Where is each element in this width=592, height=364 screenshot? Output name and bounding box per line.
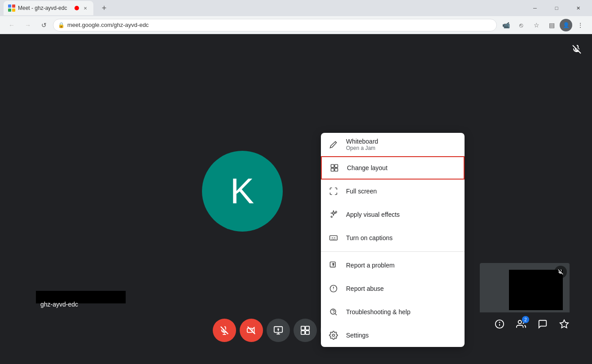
present-button[interactable]	[267, 319, 290, 342]
mic-button[interactable]	[213, 319, 236, 342]
participant-avatar-container: K	[202, 151, 283, 232]
bottom-toolbar: ⋮	[0, 312, 592, 348]
svg-rect-0	[8, 4, 11, 8]
menu-divider	[321, 251, 465, 252]
svg-marker-34	[560, 320, 568, 328]
context-menu: Whiteboard Open a Jam Change layout	[321, 133, 465, 347]
svg-rect-7	[335, 165, 338, 168]
avatar-letter: K	[230, 171, 254, 212]
menu-item-whiteboard[interactable]: Whiteboard Open a Jam	[321, 133, 465, 156]
lock-icon: 🔒	[58, 22, 65, 28]
svg-point-15	[333, 289, 333, 290]
report-problem-label: Report a problem	[346, 262, 395, 269]
svg-rect-2	[8, 9, 11, 12]
nav-bar: ← → ↺ 🔒 meet.google.com/ghz-ayvd-edc 📹 ⎋…	[0, 16, 592, 34]
svg-rect-9	[335, 168, 338, 171]
whiteboard-sublabel: Open a Jam	[346, 145, 378, 151]
menu-item-troubleshooting[interactable]: Troubleshooting & help	[321, 300, 465, 324]
address-bar[interactable]: 🔒 meet.google.com/ghz-ayvd-edc	[53, 19, 497, 31]
svg-point-17	[333, 314, 333, 314]
menu-item-visual-effects[interactable]: Apply visual effects	[321, 203, 465, 226]
people-button[interactable]: 2	[511, 314, 531, 334]
window-controls: ─ □ ✕	[525, 1, 588, 15]
visual-effects-icon	[328, 209, 339, 220]
troubleshooting-icon	[328, 307, 339, 317]
svg-point-16	[330, 309, 336, 314]
svg-point-18	[333, 334, 335, 337]
svg-point-33	[518, 320, 522, 324]
recording-indicator	[75, 6, 79, 10]
menu-item-full-screen[interactable]: Full screen	[321, 180, 465, 203]
sidebar-button[interactable]: ▤	[544, 18, 559, 32]
captions-icon	[328, 232, 339, 243]
visual-effects-label: Apply visual effects	[346, 211, 400, 218]
active-tab[interactable]: Meet - ghz-ayvd-edc ✕	[4, 1, 93, 15]
pip-video-inner	[509, 270, 563, 310]
pip-video-container[interactable]	[480, 263, 570, 317]
camera-button[interactable]	[240, 319, 263, 342]
forward-button[interactable]: →	[21, 18, 35, 32]
profile-avatar[interactable]: 👤	[560, 19, 572, 31]
info-button[interactable]	[490, 314, 509, 334]
change-layout-icon	[329, 162, 340, 173]
troubleshooting-label: Troubleshooting & help	[346, 308, 410, 316]
full-screen-icon	[328, 186, 339, 197]
menu-item-report-abuse[interactable]: Report abuse	[321, 277, 465, 300]
svg-rect-27	[305, 326, 309, 330]
svg-rect-3	[12, 9, 15, 12]
captions-label: Turn on captions	[346, 234, 393, 241]
whiteboard-label: Whiteboard	[346, 138, 378, 145]
report-abuse-icon	[328, 283, 339, 294]
url-text: meet.google.com/ghz-ayvd-edc	[67, 22, 492, 28]
tab-close-button[interactable]: ✕	[82, 4, 89, 12]
meeting-code-display: ghz-ayvd-edc	[40, 301, 78, 308]
refresh-button[interactable]: ↺	[37, 18, 51, 32]
full-screen-label: Full screen	[346, 188, 377, 195]
layout-button[interactable]	[294, 319, 317, 342]
svg-rect-29	[305, 331, 309, 334]
close-button[interactable]: ✕	[568, 1, 588, 15]
title-bar: Meet - ghz-ayvd-edc ✕ + ─ □ ✕	[0, 0, 592, 16]
whiteboard-text: Whiteboard Open a Jam	[346, 138, 378, 151]
activities-button[interactable]	[554, 314, 574, 334]
report-problem-icon	[328, 260, 339, 271]
share-button[interactable]: ⎋	[514, 18, 528, 32]
chrome-menu-button[interactable]: ⋮	[573, 18, 588, 32]
maximize-button[interactable]: □	[546, 1, 567, 15]
whiteboard-icon	[328, 139, 339, 150]
new-tab-button[interactable]: +	[98, 2, 110, 14]
svg-point-12	[333, 266, 333, 266]
browser-chrome: Meet - ghz-ayvd-edc ✕ + ─ □ ✕ ← → ↺ 🔒 me…	[0, 0, 592, 34]
report-abuse-label: Report abuse	[346, 285, 384, 292]
bottom-right-icons: 2	[490, 314, 574, 334]
pip-mute-indicator	[554, 266, 567, 278]
menu-item-settings[interactable]: Settings	[321, 324, 465, 347]
change-layout-label: Change layout	[347, 164, 387, 171]
tab-title: Meet - ghz-ayvd-edc	[18, 5, 72, 11]
tab-favicon	[8, 4, 15, 12]
chat-button[interactable]	[533, 314, 553, 334]
menu-item-change-layout[interactable]: Change layout	[321, 156, 465, 180]
bookmark-button[interactable]: ☆	[529, 18, 544, 32]
nav-actions: 📹 ⎋ ☆ ▤ 👤 ⋮	[499, 18, 588, 32]
menu-item-report-problem[interactable]: Report a problem	[321, 254, 465, 277]
menu-item-captions[interactable]: Turn on captions	[321, 226, 465, 250]
svg-rect-8	[331, 168, 334, 171]
cast-button[interactable]: 📹	[499, 18, 513, 32]
back-button[interactable]: ←	[4, 18, 19, 32]
participant-avatar: K	[202, 151, 283, 232]
settings-label: Settings	[346, 332, 369, 339]
meet-container: K ghz-ayvd-edc Whiteboard Op	[0, 34, 592, 348]
top-right-mute-indicator	[568, 40, 586, 58]
svg-rect-28	[301, 331, 304, 334]
people-badge: 2	[522, 316, 529, 323]
svg-rect-26	[301, 326, 304, 330]
svg-rect-1	[12, 4, 15, 8]
settings-icon	[328, 330, 339, 341]
minimize-button[interactable]: ─	[525, 1, 545, 15]
svg-rect-6	[331, 165, 334, 168]
